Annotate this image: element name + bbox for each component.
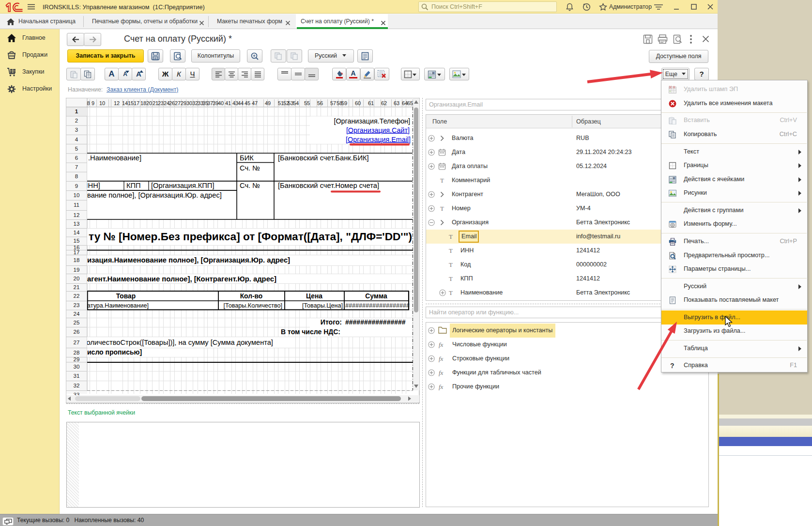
svg-text:T: T bbox=[449, 289, 453, 296]
svg-text:25: 25 bbox=[74, 320, 80, 325]
svg-text:18: 18 bbox=[74, 257, 80, 263]
svg-text:?: ? bbox=[670, 362, 674, 370]
svg-text:15: 15 bbox=[128, 100, 134, 106]
svg-text:9: 9 bbox=[75, 183, 78, 189]
svg-text:55: 55 bbox=[304, 100, 310, 106]
svg-text:24: 24 bbox=[74, 311, 80, 317]
svg-text:КПП: КПП bbox=[126, 182, 141, 189]
svg-text:Цена: Цена bbox=[306, 293, 322, 300]
svg-text:23: 23 bbox=[158, 100, 164, 106]
svg-text:fx: fx bbox=[439, 341, 444, 348]
svg-text:17: 17 bbox=[74, 249, 80, 255]
svg-text:57: 57 bbox=[330, 100, 336, 106]
svg-text:29: 29 bbox=[74, 356, 80, 362]
svg-text:T: T bbox=[449, 233, 453, 240]
svg-text:47: 47 bbox=[252, 100, 258, 106]
svg-text:1: 1 bbox=[75, 108, 78, 114]
svg-text:fx: fx bbox=[439, 369, 444, 376]
svg-text:3: 3 bbox=[75, 127, 78, 133]
svg-text:22: 22 bbox=[74, 293, 80, 299]
svg-text:54: 54 bbox=[293, 100, 299, 106]
svg-text:41: 41 bbox=[225, 100, 231, 106]
svg-text:Сч. №: Сч. № bbox=[240, 164, 260, 172]
svg-text:[Товары.Цена]: [Товары.Цена] bbox=[302, 302, 343, 309]
svg-text:28: 28 bbox=[74, 350, 80, 356]
svg-text:fx: fx bbox=[439, 355, 444, 362]
svg-text:[Товары.Количество]: [Товары.Количество] bbox=[224, 302, 282, 309]
svg-text:[Организация.Email]: [Организация.Email] bbox=[346, 136, 411, 143]
svg-text:7: 7 bbox=[75, 164, 78, 170]
svg-text:27: 27 bbox=[175, 100, 181, 106]
svg-text:30: 30 bbox=[74, 364, 80, 370]
svg-text:################: ################ bbox=[345, 318, 406, 326]
svg-text:17: 17 bbox=[134, 100, 139, 106]
svg-text:исло прописью]: исло прописью] bbox=[87, 348, 142, 356]
svg-text:20: 20 bbox=[74, 276, 80, 281]
svg-text:20: 20 bbox=[146, 100, 152, 106]
svg-text:Итого:: Итого: bbox=[321, 318, 342, 326]
svg-text:26: 26 bbox=[169, 100, 175, 106]
svg-text:В том числе НДС:: В том числе НДС: bbox=[281, 328, 340, 336]
svg-text:21: 21 bbox=[74, 284, 80, 290]
svg-text:45: 45 bbox=[245, 100, 250, 106]
svg-text:Сч. №: Сч. № bbox=[240, 182, 260, 189]
svg-text:агент.Наименование полное], [К: агент.Наименование полное], [Контрагент.… bbox=[87, 275, 276, 283]
svg-text:[Банковский счет.Номер счета]: [Банковский счет.Номер счета] bbox=[278, 182, 379, 189]
svg-text:T: T bbox=[449, 247, 453, 254]
svg-text:[Организация.Телефон]: [Организация.Телефон] bbox=[334, 117, 410, 125]
svg-text:Сумма: Сумма bbox=[365, 293, 387, 300]
svg-text:БИК: БИК bbox=[240, 154, 254, 162]
svg-text:8: 8 bbox=[87, 100, 90, 106]
svg-text:10: 10 bbox=[99, 100, 105, 106]
svg-text:R: R bbox=[673, 177, 675, 180]
svg-text:T: T bbox=[449, 275, 453, 282]
svg-text:62: 62 bbox=[381, 100, 387, 106]
svg-text:14: 14 bbox=[122, 100, 128, 106]
svg-text:атура.Наименование]: атура.Наименование] bbox=[87, 302, 149, 309]
svg-text:15: 15 bbox=[74, 238, 80, 244]
svg-text:65: 65 bbox=[407, 100, 413, 106]
svg-text:11: 11 bbox=[74, 202, 79, 208]
svg-text:T: T bbox=[440, 205, 444, 212]
svg-text:[КоличествоСтрок([Товары])], н: [КоличествоСтрок([Товары])], на сумму [С… bbox=[80, 339, 273, 346]
svg-text:8: 8 bbox=[75, 173, 78, 179]
svg-text:Товар: Товар bbox=[116, 293, 136, 300]
svg-text:61: 61 bbox=[368, 100, 374, 106]
svg-text:12: 12 bbox=[114, 100, 120, 106]
svg-text:40: 40 bbox=[218, 100, 224, 106]
svg-text:R: R bbox=[432, 72, 435, 75]
svg-text:29: 29 bbox=[181, 100, 186, 106]
svg-text:Кол-во: Кол-во bbox=[240, 293, 263, 300]
svg-text:6: 6 bbox=[75, 155, 78, 161]
svg-text:12: 12 bbox=[74, 212, 80, 218]
svg-text:fx: fx bbox=[439, 383, 444, 390]
svg-text:56: 56 bbox=[317, 100, 323, 106]
svg-text:60: 60 bbox=[355, 100, 361, 106]
svg-text:вание полное], [Организация.Юр: вание полное], [Организация.Юр. адрес] bbox=[87, 191, 222, 199]
svg-text:T: T bbox=[440, 177, 444, 184]
svg-text:13: 13 bbox=[74, 221, 80, 227]
svg-text:23: 23 bbox=[74, 302, 80, 308]
svg-text:ту № [Номер.Без префикса] от [: ту № [Номер.Без префикса] от [Формат([Да… bbox=[89, 231, 412, 243]
svg-text:###################: ################### bbox=[345, 302, 410, 309]
svg-text:5: 5 bbox=[75, 146, 78, 152]
svg-text:[Организация.Сайт]: [Организация.Сайт] bbox=[346, 126, 410, 134]
svg-text:19: 19 bbox=[74, 267, 80, 273]
svg-text:63: 63 bbox=[394, 100, 399, 106]
svg-text:9: 9 bbox=[92, 100, 94, 106]
svg-text:T: T bbox=[449, 261, 453, 268]
svg-text:27: 27 bbox=[74, 340, 80, 345]
svg-text:26: 26 bbox=[74, 329, 80, 335]
svg-text:[Организация.КПП]: [Организация.КПП] bbox=[151, 182, 214, 189]
svg-text:32: 32 bbox=[74, 383, 80, 388]
svg-text:18: 18 bbox=[140, 100, 146, 106]
svg-text:изация.Наименование полное], [: изация.Наименование полное], [Организаци… bbox=[87, 256, 290, 264]
svg-text:.Наименование]: .Наименование] bbox=[88, 154, 141, 162]
svg-text:14: 14 bbox=[74, 230, 80, 235]
svg-text:[Банковский счет.Банк.БИК]: [Банковский счет.Банк.БИК] bbox=[278, 154, 369, 162]
svg-text:2: 2 bbox=[75, 118, 78, 124]
svg-text:59: 59 bbox=[341, 100, 347, 106]
svg-text:44: 44 bbox=[238, 100, 244, 106]
svg-text:4: 4 bbox=[75, 137, 78, 142]
svg-text:31: 31 bbox=[74, 373, 80, 379]
